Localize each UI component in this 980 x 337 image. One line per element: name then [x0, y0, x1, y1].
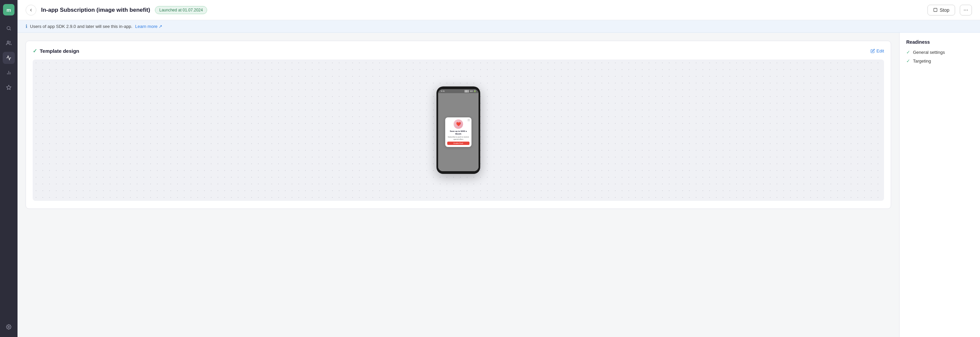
svg-line-1 — [10, 29, 11, 30]
main-content: In-app Subscription (image with benefit)… — [18, 0, 980, 337]
svg-point-6 — [8, 326, 10, 328]
svg-point-2 — [7, 41, 9, 43]
info-bar: ℹ Users of app SDK 2.9.0 and later will … — [18, 20, 980, 33]
template-card-title: ✓ Template design — [33, 48, 79, 54]
learn-more-link[interactable]: Learn more ↗ — [135, 24, 162, 29]
header: In-app Subscription (image with benefit)… — [18, 0, 980, 20]
sidebar-item-campaigns[interactable] — [3, 52, 15, 64]
notif-image: ❤️ — [453, 119, 463, 129]
readiness-panel: Readiness ✓ General settings ✓ Targeting — [899, 33, 980, 337]
sidebar-item-integrations[interactable] — [3, 81, 15, 93]
readiness-title: Readiness — [906, 40, 973, 45]
sidebar-logo: m — [3, 4, 14, 16]
sidebar: m — [0, 0, 18, 337]
status-badge: Launched at 01.07.2024 — [155, 6, 207, 14]
template-design-card: ✓ Template design Edit 9:41 — [25, 41, 891, 209]
sidebar-item-analytics[interactable] — [3, 66, 15, 79]
phone-preview-area: 9:41 ▌▌▌ WiFi 🔋 × — [33, 60, 884, 201]
stop-button[interactable]: Stop — [928, 5, 955, 16]
page-title: In-app Subscription (image with benefit) — [41, 7, 150, 13]
svg-point-0 — [7, 27, 10, 30]
back-button[interactable] — [25, 5, 37, 16]
content-area: ✓ Template design Edit 9:41 — [18, 33, 980, 337]
phone-mockup: 9:41 ▌▌▌ WiFi 🔋 × — [436, 87, 480, 174]
battery-icon: 🔋 — [474, 90, 476, 92]
wifi-icon: WiFi — [470, 90, 473, 92]
phone-time: 9:41 — [441, 90, 445, 92]
notif-cta-button[interactable]: Enable Push — [447, 142, 469, 145]
readiness-item-targeting: ✓ Targeting — [906, 58, 973, 63]
check-icon: ✓ — [33, 48, 37, 54]
more-button[interactable]: ⋯ — [960, 5, 972, 16]
notif-close-icon[interactable]: × — [467, 119, 471, 122]
readiness-check-targeting: ✓ — [906, 58, 910, 63]
external-link-icon: ↗ — [159, 24, 162, 29]
notif-title: Save up to $200 a Month — [447, 130, 469, 136]
heart-icon: ❤️ — [456, 122, 461, 127]
info-icon: ℹ — [25, 24, 27, 29]
phone-content: × ❤️ Save up to $200 a Month Subscribe t… — [438, 93, 479, 171]
sidebar-item-users[interactable] — [3, 37, 15, 49]
sidebar-item-search[interactable] — [3, 22, 15, 34]
sidebar-item-settings[interactable] — [3, 321, 15, 333]
readiness-check-general: ✓ — [906, 49, 910, 55]
signal-icon: ▌▌▌ — [465, 90, 469, 92]
edit-button[interactable]: Edit — [870, 48, 884, 54]
notif-subtitle: Subscribe to push to receive special off… — [447, 136, 469, 140]
info-text: Users of app SDK 2.9.0 and later will se… — [30, 24, 132, 29]
template-card-header: ✓ Template design Edit — [33, 48, 884, 54]
phone-screen: 9:41 ▌▌▌ WiFi 🔋 × — [438, 89, 479, 171]
readiness-label-targeting: Targeting — [913, 59, 931, 63]
readiness-item-general: ✓ General settings — [906, 49, 973, 55]
svg-rect-7 — [934, 8, 937, 12]
phone-status-bar: 9:41 ▌▌▌ WiFi 🔋 — [438, 89, 479, 93]
readiness-label-general: General settings — [913, 50, 945, 55]
main-panel: ✓ Template design Edit 9:41 — [18, 33, 899, 337]
notification-popup: × ❤️ Save up to $200 a Month Subscribe t… — [445, 117, 471, 147]
